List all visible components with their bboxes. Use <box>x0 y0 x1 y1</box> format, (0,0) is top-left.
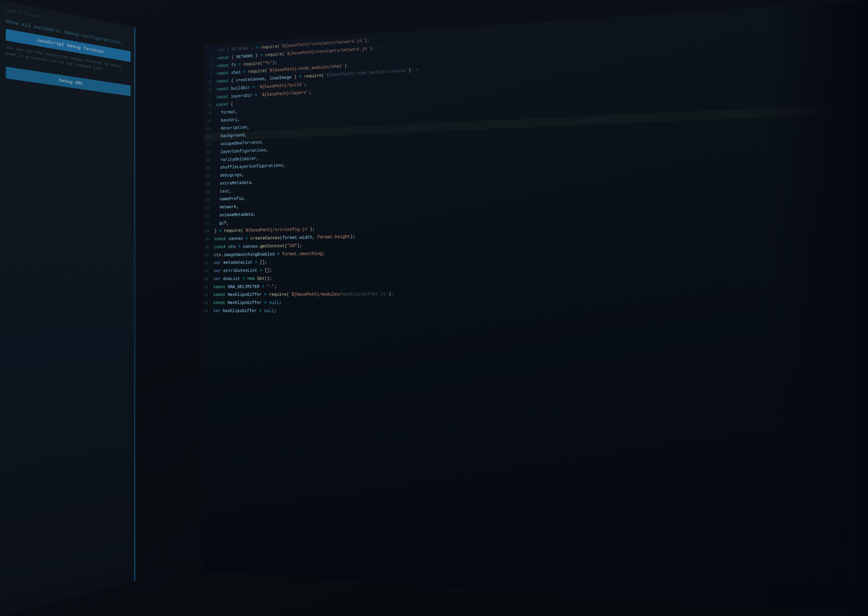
screen-container: open a folder Show all automatic debug c… <box>0 0 868 616</box>
line-number: 32 <box>204 292 213 298</box>
line-code: const { <box>216 101 233 109</box>
line-number: 16 <box>204 165 215 172</box>
line-number: 29 <box>204 268 214 275</box>
code-line: 34 let hashlipsGiffer = null; <box>204 307 868 316</box>
code-panel: son { NETWORK } = require(`${basePath}/c… <box>204 0 868 616</box>
line-number: 31 <box>204 284 214 291</box>
line-number: 33 <box>204 300 213 306</box>
line-code: debugLogs, <box>215 171 244 179</box>
line-code: ctx.imageSmoothingEnabled = format.smoot… <box>214 250 325 259</box>
line-number <box>204 52 217 52</box>
line-number: 8 <box>204 102 216 109</box>
code-content: son { NETWORK } = require(`${basePath}/c… <box>204 0 868 320</box>
line-code: namePrefix, <box>215 195 246 203</box>
line-number: 5 <box>204 79 217 86</box>
line-number: 30 <box>204 276 214 282</box>
line-number: 6 <box>204 86 217 94</box>
line-number: 27 <box>204 252 214 259</box>
line-number: 9 <box>204 110 216 117</box>
line-number: 10 <box>204 118 216 124</box>
line-number: 19 <box>204 189 215 195</box>
line-code: solanaMetadata, <box>214 211 256 220</box>
line-code: var attributesList = []; <box>214 267 272 275</box>
line-number: 34 <box>204 308 213 314</box>
line-number: 28 <box>204 260 214 266</box>
line-number: 21 <box>204 204 214 211</box>
line-code: let hashlipsGiffer = null; <box>213 308 276 315</box>
line-code: text, <box>215 188 232 195</box>
line-code: var dnaList = new Set(); <box>214 275 272 283</box>
line-number: 17 <box>204 173 215 179</box>
line-number: 14 <box>204 149 216 156</box>
line-number: 25 <box>204 236 214 243</box>
line-code: extraMetadata, <box>215 179 254 188</box>
line-number: 18 <box>204 181 215 187</box>
line-number: 2 <box>204 55 217 62</box>
line-number: 3 <box>204 63 217 70</box>
line-code: format, <box>216 108 238 117</box>
line-code: const HashlipsGiffer = require(`${basePa… <box>213 291 394 299</box>
line-number: 15 <box>204 157 216 163</box>
line-number: 11 <box>204 126 216 132</box>
line-number: 24 <box>204 228 214 235</box>
line-number: 13 <box>204 141 216 148</box>
line-code: const ctx = canvas.getContext("2d"); <box>214 242 302 251</box>
line-number: 23 <box>204 220 214 227</box>
line-number: 22 <box>204 212 214 219</box>
line-number: 20 <box>204 196 215 203</box>
line-code: background, <box>216 132 247 141</box>
line-number: 4 <box>204 71 217 78</box>
line-code: baseUri, <box>216 116 240 125</box>
line-number: 26 <box>204 244 214 250</box>
line-code: network, <box>214 203 239 211</box>
code-line: 33 const HashlipsGiffer = null; <box>204 298 868 307</box>
line-code: const DNA_DELIMITER = "-"; <box>213 283 277 291</box>
sidebar-panel: open a folder Show all automatic debug c… <box>0 0 135 616</box>
line-number: 12 <box>204 134 216 140</box>
line-code: var metadataList = []; <box>214 259 267 267</box>
line-number: 7 <box>204 94 217 101</box>
line-code: const HashlipsGiffer = null; <box>213 300 282 307</box>
line-code: gif, <box>214 220 229 227</box>
